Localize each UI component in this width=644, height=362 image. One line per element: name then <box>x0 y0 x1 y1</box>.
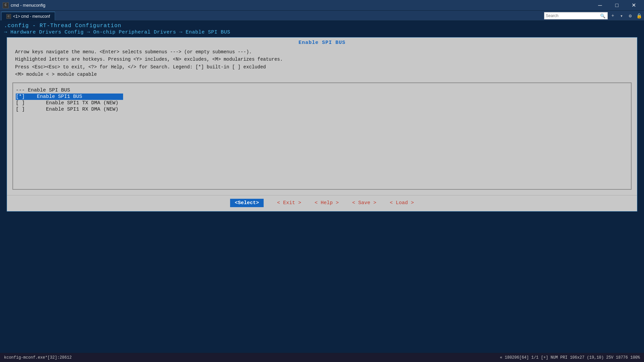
minimize-button[interactable]: ─ <box>592 0 608 11</box>
help-line-4: <M> module < > module capable <box>15 71 629 78</box>
help-line-1: Arrow keys navigate the menu. <Enter> se… <box>15 48 629 56</box>
load-button[interactable]: < Load > <box>390 200 414 206</box>
exit-button[interactable]: < Exit > <box>277 200 301 206</box>
help-line-2: Highlighted letters are hotkeys. Pressin… <box>15 56 629 63</box>
select-button[interactable]: <Select> <box>230 199 264 207</box>
settings-icon[interactable]: ⚙ <box>627 12 634 19</box>
menu-item-header: --- Enable SPI BUS <box>16 87 628 94</box>
search-input[interactable] <box>546 13 599 18</box>
add-tab-icon[interactable]: + <box>609 12 616 19</box>
panel-title-bar: Enable SPI BUS <box>7 38 637 47</box>
menu-item-spi1-tx-dma[interactable]: [ ] Enable SPI1 TX DMA (NEW) <box>16 100 628 106</box>
dropdown-icon[interactable]: ▾ <box>618 12 625 19</box>
titlebar-icon: C <box>3 2 9 8</box>
help-button[interactable]: < Help > <box>315 200 339 206</box>
search-input-wrapper[interactable]: 🔍 <box>544 12 608 19</box>
maximize-button[interactable]: □ <box>609 0 625 11</box>
search-icon[interactable]: 🔍 <box>599 13 606 18</box>
close-button[interactable]: ✕ <box>626 0 641 11</box>
breadcrumb: → Hardware Drivers Config → On-chip Peri… <box>4 29 640 35</box>
tab-icon: C <box>6 14 11 19</box>
config-title: .config - RT-Thread Configuration <box>4 23 640 29</box>
button-bar: <Select>< Exit >< Help >< Save >< Load > <box>7 195 637 211</box>
titlebar-controls: ─ □ ✕ <box>592 0 641 11</box>
titlebar-left: C cmd - menuconfig <box>3 2 45 8</box>
help-line-3: Press <Esc><Esc> to exit, <?> for Help, … <box>15 63 629 71</box>
help-text: Arrow keys navigate the menu. <Enter> se… <box>7 47 637 81</box>
tab-label: <1> cmd - menuconf <box>13 14 50 19</box>
statusbar: kconfig-mconf.exe*[32]:28612 « 180206[64… <box>0 353 644 362</box>
menu-box: --- Enable SPI BUS[*] Enable SPI1 BUS[ ]… <box>12 82 632 190</box>
menu-item-spi1-bus[interactable]: [*] Enable SPI1 BUS <box>16 94 123 100</box>
statusbar-right: « 180206[64] 1/1 [+] NUM PRI 106x27 (19,… <box>500 355 640 360</box>
terminal: .config - RT-Thread Configuration → Hard… <box>0 21 644 353</box>
panel-title: Enable SPI BUS <box>299 40 345 46</box>
searchbar-area: 🔍 + ▾ ⚙ 🔒 <box>544 12 643 20</box>
statusbar-left: kconfig-mconf.exe*[32]:28612 <box>4 355 72 360</box>
titlebar-title: cmd - menuconfig <box>11 3 45 8</box>
panel: Enable SPI BUS Arrow keys navigate the m… <box>7 37 637 212</box>
menu-item-spi1-rx-dma[interactable]: [ ] Enable SPI1 RX DMA (NEW) <box>16 106 628 113</box>
active-tab[interactable]: C <1> cmd - menuconf <box>1 12 55 20</box>
titlebar: C cmd - menuconfig ─ □ ✕ <box>0 0 644 11</box>
tabbar: C <1> cmd - menuconf 🔍 + ▾ ⚙ 🔒 <box>0 11 644 21</box>
save-button[interactable]: < Save > <box>352 200 376 206</box>
lock-icon[interactable]: 🔒 <box>635 12 643 19</box>
